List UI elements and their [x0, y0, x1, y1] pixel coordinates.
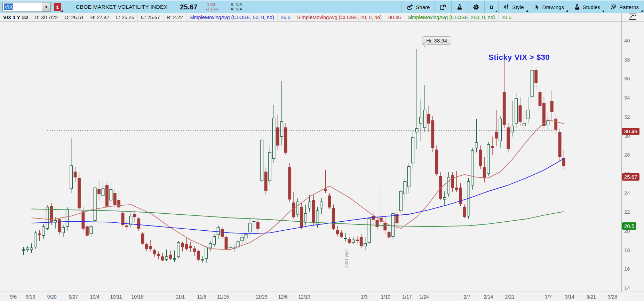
- candle-body: [70, 166, 72, 189]
- candle-body: [74, 172, 76, 177]
- candle-body: [197, 251, 199, 259]
- chart-report-button[interactable]: i: [435, 1, 451, 13]
- candle-body: [58, 220, 61, 232]
- candle-body: [400, 191, 402, 211]
- candle-body: [153, 251, 156, 254]
- toolbar-separator: [246, 1, 246, 13]
- study-sma200-label[interactable]: SimpleMovingAvg (CLOSE, 200, 0, no): [404, 13, 498, 21]
- candle-body: [209, 244, 212, 248]
- alert-count-badge[interactable]: 1: [54, 3, 61, 11]
- sticky-vix-annotation[interactable]: Sticky VIX > $30: [488, 53, 550, 62]
- toolbar-separator: [222, 1, 222, 13]
- candle-body: [106, 185, 108, 206]
- high-value-text: Hi: 38.94: [426, 38, 447, 43]
- candle-body: [471, 151, 474, 185]
- top-toolbar: VIX ▼ 1 CBOE MARKET VOLATILITY INDEX 25.…: [0, 0, 644, 13]
- date-tick-label: 12/13: [296, 294, 313, 300]
- studies-menu[interactable]: Studies: [569, 1, 605, 13]
- candlestick-chart[interactable]: 2021 year: [0, 22, 644, 301]
- candle-body: [145, 244, 148, 249]
- candle-body: [435, 150, 438, 174]
- gear-icon: [473, 4, 479, 10]
- study-sma200-value: 20.5: [499, 13, 515, 21]
- candle-body: [30, 248, 33, 249]
- candle-body: [404, 182, 406, 194]
- date-tick-label: 11/1: [172, 294, 189, 300]
- candle-body: [511, 126, 513, 132]
- bar-open: O: 26.51: [61, 13, 87, 21]
- date-tick-label: 2/14: [480, 294, 497, 300]
- symbol-dropdown-button[interactable]: ▼: [42, 2, 50, 11]
- candle-body: [447, 177, 450, 194]
- candle-body: [451, 175, 454, 188]
- style-menu[interactable]: Style: [499, 1, 528, 13]
- candle-body: [114, 193, 116, 205]
- candle-body: [90, 227, 92, 233]
- candle-body: [563, 159, 565, 166]
- candle-body: [94, 188, 96, 221]
- chart-settings-button[interactable]: [468, 1, 484, 13]
- candle-body: [332, 208, 335, 228]
- date-tick-label: 11/8: [193, 294, 210, 300]
- price-tick-label: 24: [624, 190, 640, 196]
- candle-body: [336, 230, 339, 234]
- chart-canvas[interactable]: 2021 year 4038363432302826242220181614 9…: [0, 22, 644, 301]
- candle-body: [523, 123, 525, 126]
- price-badge: 30.46: [622, 128, 639, 135]
- chart-mode-button[interactable]: [621, 13, 644, 21]
- price-tick-label: 38: [624, 57, 640, 63]
- date-tick-label: 1/3: [356, 294, 373, 300]
- candle-body: [312, 200, 315, 222]
- bar-high: H: 27.47: [87, 13, 113, 21]
- candle-body: [173, 259, 176, 260]
- candle-body: [257, 222, 259, 229]
- candles-layer: [22, 49, 565, 263]
- candle-body: [217, 228, 219, 235]
- alert-count: 1: [56, 4, 59, 10]
- candle-body: [388, 232, 390, 237]
- candle-body: [22, 249, 25, 251]
- candle-body: [26, 248, 29, 249]
- timeframe-menu[interactable]: D: [485, 1, 498, 13]
- drawings-menu[interactable]: Drawings: [529, 1, 569, 13]
- candle-body: [249, 223, 251, 232]
- quick-study-button[interactable]: [452, 1, 468, 13]
- sma20-line: [31, 120, 564, 249]
- candle-body: [503, 92, 506, 125]
- share-button[interactable]: Share: [402, 1, 435, 13]
- curve-mode-icon: [628, 13, 637, 22]
- candle-body: [225, 237, 227, 249]
- candle-body: [539, 92, 541, 105]
- candle-body: [185, 244, 188, 249]
- price-tick-label: 28: [624, 152, 640, 158]
- candle-body: [149, 246, 152, 249]
- plot-bottom-border: [0, 292, 644, 292]
- candle-body: [288, 167, 291, 199]
- candle-body: [352, 240, 355, 243]
- candle-body: [535, 70, 537, 83]
- change-percent: -3.75%: [206, 7, 218, 11]
- candle-body: [193, 249, 196, 252]
- date-tick-label: 10/18: [129, 294, 146, 300]
- candle-body: [392, 213, 394, 236]
- candle-body: [519, 105, 521, 121]
- symbol-input[interactable]: VIX ▼: [2, 2, 51, 12]
- candle-body: [463, 207, 466, 217]
- study-sma20-value: 30.46: [385, 13, 404, 21]
- price-tick-label: 18: [624, 247, 640, 253]
- patterns-menu[interactable]: Patterns: [605, 1, 644, 13]
- candle-body: [296, 202, 299, 214]
- candle-body: [431, 121, 434, 148]
- price-change: -1.00 -3.75%: [202, 2, 222, 11]
- candle-body: [253, 221, 255, 222]
- candle-body: [551, 101, 553, 112]
- symbol-input-text[interactable]: VIX: [3, 2, 42, 11]
- study-sma20-label[interactable]: SimpleMovingAvg (CLOSE, 20, 0, no): [294, 13, 385, 21]
- toolbar-right-group: Share i D: [401, 1, 644, 13]
- date-tick-label: 10/4: [86, 294, 103, 300]
- candle-body: [412, 137, 414, 163]
- candle-body: [479, 150, 482, 166]
- candle-body: [558, 132, 561, 157]
- study-sma50-label[interactable]: SimpleMovingAvg (CLOSE, 50, 0, no): [186, 13, 278, 21]
- studies-label: Studies: [583, 4, 600, 10]
